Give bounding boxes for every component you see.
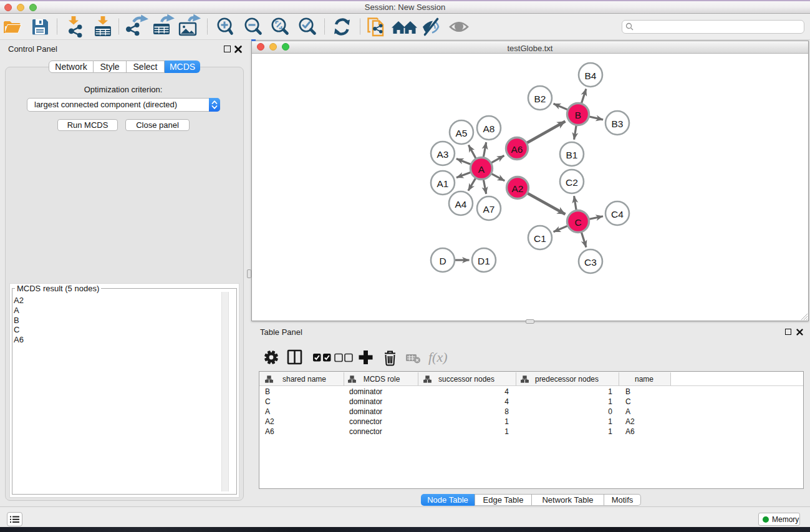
svg-text:A3: A3 [437, 149, 449, 160]
svg-text:A: A [478, 164, 485, 175]
svg-text:A1: A1 [437, 178, 449, 189]
svg-text:A8: A8 [483, 123, 495, 134]
svg-text:A5: A5 [456, 128, 468, 138]
svg-text:B1: B1 [566, 150, 578, 160]
svg-text:D1: D1 [478, 256, 490, 266]
svg-text:B4: B4 [585, 70, 597, 81]
svg-text:C4: C4 [611, 209, 624, 220]
svg-text:A2: A2 [512, 183, 524, 194]
svg-text:B3: B3 [612, 118, 624, 129]
svg-text:C: C [574, 217, 581, 228]
svg-text:C2: C2 [566, 177, 578, 188]
svg-text:A4: A4 [455, 199, 467, 210]
svg-text:D: D [439, 256, 446, 266]
svg-text:A7: A7 [483, 204, 495, 215]
svg-text:B2: B2 [534, 94, 546, 104]
svg-text:C1: C1 [534, 233, 546, 244]
svg-text:B: B [575, 110, 581, 120]
svg-text:C3: C3 [584, 257, 597, 268]
svg-text:A6: A6 [511, 144, 523, 155]
svg-text:f(x): f(x) [428, 349, 448, 365]
